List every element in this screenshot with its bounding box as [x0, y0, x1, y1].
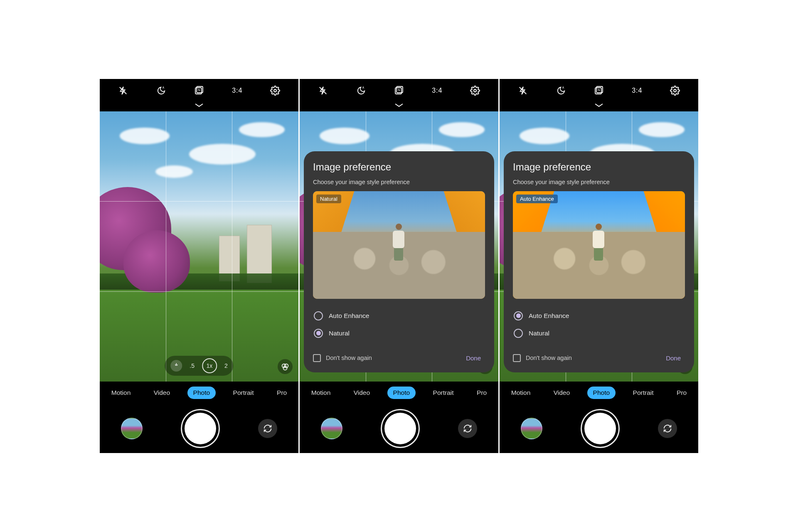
bottom-controls	[500, 404, 698, 453]
night-mode-icon[interactable]: A	[356, 85, 367, 96]
raw-mode-icon[interactable]: N	[594, 85, 604, 96]
viewfinder[interactable]: Image preference Choose your image style…	[500, 111, 698, 382]
camera-preview-scene	[100, 111, 298, 382]
macro-mode-icon[interactable]	[170, 360, 182, 372]
toolbar-expand[interactable]	[500, 102, 698, 111]
zoom-level-2x[interactable]: 2	[224, 362, 228, 369]
radio-icon	[514, 311, 523, 320]
svg-point-8	[283, 366, 287, 370]
svg-point-23	[674, 89, 676, 92]
gallery-thumbnail[interactable]	[521, 418, 542, 439]
mode-photo[interactable]: Photo	[587, 387, 616, 399]
dialog-subtitle: Choose your image style preference	[513, 179, 685, 185]
done-button[interactable]: Done	[462, 352, 485, 364]
switch-camera-button[interactable]	[658, 419, 677, 438]
option-label: Natural	[329, 330, 350, 337]
mode-video[interactable]: Video	[548, 387, 576, 399]
phone-screen-2: A N 3:4 Image preference Choose your ima…	[300, 79, 498, 453]
checkbox-icon	[313, 354, 321, 362]
radio-icon	[314, 311, 323, 320]
mode-photo[interactable]: Photo	[387, 387, 416, 399]
filters-button[interactable]	[278, 359, 293, 374]
raw-mode-icon[interactable]: N	[194, 85, 204, 96]
night-mode-icon[interactable]: A	[556, 85, 566, 96]
top-toolbar: A N 3:4	[100, 79, 298, 102]
switch-camera-button[interactable]	[458, 419, 477, 438]
svg-text:A: A	[162, 86, 164, 89]
image-preference-dialog: Image preference Choose your image style…	[304, 151, 494, 372]
phone-screen-3: A N 3:4 Image preference Choose your ima…	[500, 79, 698, 453]
mode-photo[interactable]: Photo	[187, 387, 216, 399]
mode-pro[interactable]: Pro	[271, 387, 293, 399]
mode-selector: Motion Video Photo Portrait Pro	[300, 382, 498, 404]
zoom-level-0-5x[interactable]: .5	[190, 362, 195, 369]
aspect-ratio-button[interactable]: 3:4	[432, 87, 442, 94]
dialog-title: Image preference	[313, 161, 485, 173]
radio-icon	[514, 329, 523, 338]
mode-pro[interactable]: Pro	[471, 387, 493, 399]
mode-portrait[interactable]: Portrait	[427, 387, 460, 399]
flash-off-icon[interactable]	[318, 85, 328, 96]
gallery-thumbnail[interactable]	[321, 418, 342, 439]
option-natural[interactable]: Natural	[513, 325, 685, 342]
mode-pro[interactable]: Pro	[671, 387, 692, 399]
svg-point-5	[274, 89, 276, 92]
option-auto-enhance[interactable]: Auto Enhance	[513, 307, 685, 325]
grid-line	[166, 111, 166, 382]
aspect-ratio-button[interactable]: 3:4	[232, 87, 242, 94]
option-natural[interactable]: Natural	[313, 325, 485, 342]
settings-icon[interactable]	[270, 85, 281, 96]
mode-motion[interactable]: Motion	[305, 387, 337, 399]
top-toolbar: A N 3:4	[500, 79, 698, 102]
shutter-button[interactable]	[384, 413, 416, 444]
top-toolbar: A N 3:4	[300, 79, 498, 102]
bottom-controls	[300, 404, 498, 453]
gallery-thumbnail[interactable]	[121, 418, 143, 439]
switch-camera-button[interactable]	[258, 419, 277, 438]
svg-point-14	[474, 89, 476, 92]
done-button[interactable]: Done	[662, 352, 685, 364]
dialog-title: Image preference	[513, 161, 685, 173]
svg-text:N: N	[398, 88, 400, 92]
settings-icon[interactable]	[670, 85, 680, 96]
aspect-ratio-button[interactable]: 3:4	[632, 87, 642, 94]
svg-text:N: N	[598, 88, 600, 92]
mode-video[interactable]: Video	[348, 387, 376, 399]
checkbox-label: Don't show again	[326, 355, 372, 361]
settings-icon[interactable]	[470, 85, 480, 96]
mode-portrait[interactable]: Portrait	[627, 387, 660, 399]
svg-point-7	[284, 364, 288, 368]
shutter-button[interactable]	[584, 413, 616, 444]
dialog-footer: Don't show again Done	[513, 352, 685, 364]
raw-mode-icon[interactable]: N	[394, 85, 404, 96]
dialog-footer: Don't show again Done	[313, 352, 485, 364]
mode-video[interactable]: Video	[148, 387, 176, 399]
dialog-subtitle: Choose your image style preference	[313, 179, 485, 185]
option-label: Auto Enhance	[329, 312, 369, 320]
toolbar-expand[interactable]	[100, 102, 298, 111]
style-preview-image: Natural	[313, 191, 485, 299]
mode-motion[interactable]: Motion	[106, 387, 137, 399]
triptych: A N 3:4	[100, 79, 698, 453]
mode-motion[interactable]: Motion	[505, 387, 537, 399]
zoom-selector: .5 1x 2	[165, 356, 233, 376]
checkbox-icon	[513, 354, 521, 362]
viewfinder[interactable]: Image preference Choose your image style…	[300, 111, 498, 382]
bottom-controls	[100, 404, 298, 453]
zoom-level-1x[interactable]: 1x	[202, 358, 217, 373]
night-mode-icon[interactable]: A	[156, 85, 167, 96]
viewfinder[interactable]: .5 1x 2	[100, 111, 298, 382]
preview-badge: Auto Enhance	[516, 195, 558, 203]
shutter-button[interactable]	[185, 413, 216, 444]
dont-show-again[interactable]: Don't show again	[313, 354, 372, 362]
mode-selector: Motion Video Photo Portrait Pro	[100, 382, 298, 404]
dont-show-again[interactable]: Don't show again	[513, 354, 572, 362]
option-auto-enhance[interactable]: Auto Enhance	[313, 307, 485, 325]
mode-portrait[interactable]: Portrait	[227, 387, 260, 399]
preview-badge: Natural	[316, 195, 341, 203]
image-preference-dialog: Image preference Choose your image style…	[504, 151, 694, 372]
flash-off-icon[interactable]	[118, 85, 128, 96]
toolbar-expand[interactable]	[300, 102, 498, 111]
option-label: Natural	[529, 330, 549, 337]
flash-off-icon[interactable]	[517, 85, 528, 96]
